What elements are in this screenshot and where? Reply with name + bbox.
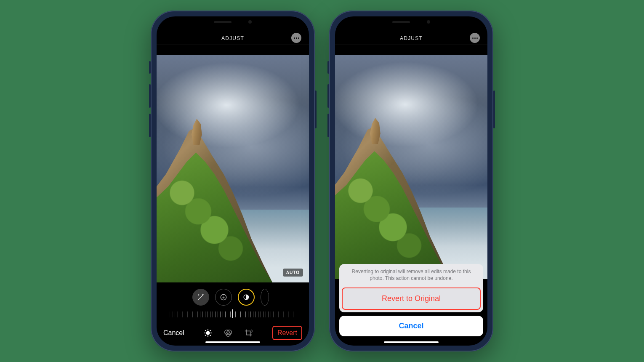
phone-left: ADJUST AUTO bbox=[151, 11, 315, 351]
brilliance-tool[interactable] bbox=[238, 289, 255, 306]
auto-enhance-tool[interactable] bbox=[192, 289, 209, 306]
editor-mode-title: ADJUST bbox=[221, 35, 244, 41]
action-sheet-message: Reverting to original will remove all ed… bbox=[339, 264, 483, 286]
auto-badge: AUTO bbox=[283, 269, 303, 277]
editor-mode-title: ADJUST bbox=[400, 35, 423, 41]
filters-tab-icon[interactable] bbox=[224, 328, 233, 338]
adjust-slider[interactable] bbox=[157, 309, 309, 320]
action-sheet: Reverting to original will remove all ed… bbox=[335, 264, 487, 346]
home-indicator[interactable] bbox=[205, 341, 260, 343]
wand-icon bbox=[197, 293, 205, 301]
action-sheet-cancel-button[interactable]: Cancel bbox=[339, 316, 483, 336]
adjust-tab-icon[interactable] bbox=[203, 328, 213, 338]
more-button[interactable] bbox=[291, 33, 301, 43]
svg-point-1 bbox=[223, 297, 224, 298]
crop-tab-icon[interactable] bbox=[244, 328, 253, 338]
exposure-icon bbox=[219, 293, 228, 301]
revert-button[interactable]: Revert bbox=[272, 326, 302, 340]
home-indicator[interactable] bbox=[384, 341, 439, 343]
exposure-tool[interactable] bbox=[215, 289, 232, 306]
svg-point-3 bbox=[206, 331, 210, 335]
more-button[interactable] bbox=[470, 33, 480, 43]
cancel-button[interactable]: Cancel bbox=[163, 329, 184, 337]
next-tool-peek[interactable] bbox=[261, 289, 269, 306]
photo-preview: AUTO bbox=[335, 55, 487, 279]
photo-preview: AUTO bbox=[157, 55, 309, 282]
adjust-tools-row bbox=[157, 286, 309, 309]
phone-right: ADJUST AUTO Reverting to original will r… bbox=[329, 11, 493, 351]
notch bbox=[378, 16, 445, 27]
notch bbox=[199, 16, 266, 27]
brilliance-icon bbox=[242, 293, 250, 301]
revert-to-original-button[interactable]: Revert to Original bbox=[342, 287, 481, 310]
